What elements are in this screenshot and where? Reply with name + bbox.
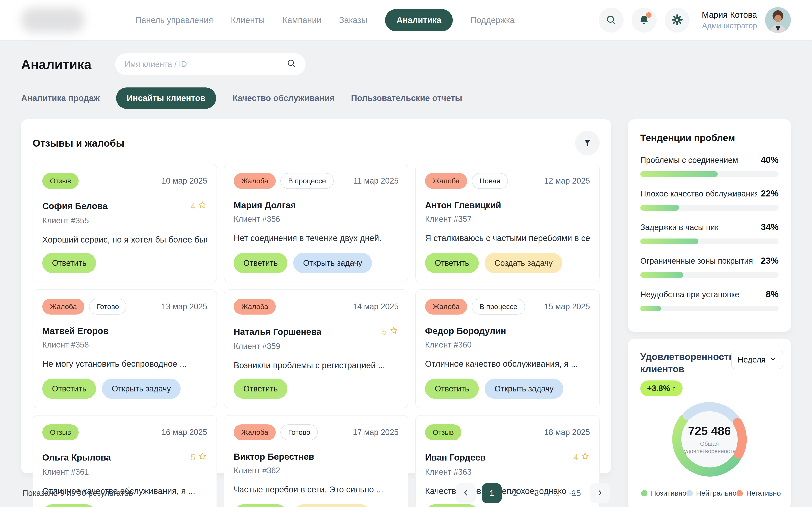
top-navigation: Панель управленияКлиентыКампанииЗаказыАн… [0, 0, 812, 40]
feedback-card: Жалоба 14 мар 2025 Наталья Горшенева 5 К… [224, 289, 408, 408]
client-search-box [115, 53, 306, 75]
page-3-button[interactable]: 3 [529, 489, 544, 498]
notifications-button[interactable] [631, 8, 657, 33]
review-text: Отличное качество обслуживания, я ... [425, 359, 590, 369]
feedback-card: Жалоба Готово 13 мар 2025 Матвей Егоров … [33, 289, 217, 408]
nav-item-0[interactable]: Панель управления [135, 15, 213, 25]
tab-1[interactable]: Инсайты клиентов [116, 88, 216, 109]
satisfaction-title: Удовлетворенность клиентов [640, 351, 731, 375]
trend-bar [640, 272, 778, 278]
legend-item: Негативно [737, 489, 781, 497]
client-id: Клиент #362 [234, 466, 399, 475]
trend-percent: 40% [761, 155, 778, 165]
settings-button[interactable] [665, 8, 690, 33]
legend-dot [737, 490, 743, 496]
satisfaction-total: 725 486 [688, 424, 731, 438]
open-task-button[interactable]: Открыть задачу [293, 253, 372, 273]
star-icon [580, 452, 590, 463]
feedback-card: Жалоба В процессе 11 мар 2025 Мария Долг… [224, 164, 408, 282]
nav-item-2[interactable]: Кампании [283, 15, 321, 25]
customer-name: Ольга Крылова [42, 452, 111, 463]
create-task-button[interactable]: Создать задачу [293, 504, 371, 507]
star-icon [389, 326, 399, 338]
pagination: 123...15 [456, 483, 610, 503]
card-date: 11 мар 2025 [354, 176, 399, 185]
trend-item: Задержки в часы пик 34% [640, 222, 778, 244]
customer-name: Антон Глевицкий [425, 200, 501, 210]
filter-button[interactable] [575, 131, 600, 155]
tab-0[interactable]: Аналитика продаж [21, 93, 100, 103]
reply-button[interactable]: Ответить [234, 379, 287, 399]
analytics-tabs: Аналитика продажИнсайты клиентовКачество… [21, 88, 791, 109]
status-badge: В процессе [472, 299, 525, 315]
title-row: Аналитика [21, 53, 791, 75]
trend-item: Плохое качество обслуживания 22% [640, 188, 778, 211]
nav-item-1[interactable]: Клиенты [231, 15, 264, 25]
tab-2[interactable]: Качество обслуживания [233, 93, 335, 103]
feedback-type-badge: Отзыв [425, 425, 461, 440]
period-value: Неделя [738, 355, 766, 364]
rating-value: 4 [191, 201, 195, 211]
reply-button[interactable]: Ответить [425, 379, 479, 399]
gear-icon [672, 14, 682, 26]
open-task-button[interactable]: Открыть задачу [102, 379, 181, 399]
right-sidebar: Тенденции проблем Проблемы с соединением… [628, 119, 791, 507]
reply-button[interactable]: Ответить [425, 253, 479, 273]
page-2-button[interactable]: 2 [508, 489, 523, 498]
prev-page-button[interactable] [456, 483, 476, 503]
customer-name: Матвей Егоров [42, 326, 108, 336]
page-1-button[interactable]: 1 [482, 483, 502, 503]
customer-name: Виктор Берестнев [234, 452, 314, 462]
notification-dot [646, 12, 652, 18]
satisfaction-donut-chart: 725 486 Общая удовлетворенность [668, 398, 751, 481]
tab-3[interactable]: Пользовательские отчеты [351, 93, 462, 103]
search-icon[interactable] [287, 59, 296, 70]
reply-button[interactable]: Ответить [42, 379, 96, 399]
app-logo [21, 8, 85, 33]
page-15-button[interactable]: 15 [569, 489, 584, 498]
chevron-left-icon [462, 489, 470, 498]
trend-label: Плохое качество обслуживания [640, 189, 757, 199]
period-dropdown[interactable]: Неделя [731, 351, 783, 369]
client-id: Клиент #359 [234, 342, 399, 351]
trend-percent: 22% [761, 188, 778, 199]
nav-item-4[interactable]: Аналитика [385, 9, 453, 31]
client-id: Клиент #356 [234, 215, 399, 224]
legend-dot [641, 490, 648, 496]
nav-item-5[interactable]: Поддержка [470, 15, 515, 25]
feedback-type-badge: Жалоба [425, 299, 467, 315]
feedback-type-badge: Отзыв [42, 173, 79, 189]
feedback-card-panel: Отзывы и жалобы Отзыв 10 мар 2025 София … [21, 119, 611, 473]
status-badge: В процессе [281, 173, 334, 189]
chevron-right-icon [596, 489, 604, 498]
customer-name: Мария Долгая [234, 200, 296, 210]
nav-item-3[interactable]: Заказы [339, 15, 367, 25]
reply-button[interactable]: Ответить [234, 253, 287, 273]
avatar[interactable] [765, 7, 791, 33]
card-date: 13 мар 2025 [161, 302, 207, 311]
create-task-button[interactable]: Создать задачу [485, 253, 562, 273]
nav-right-cluster: Мария Котова Администратор [599, 7, 791, 33]
reply-button[interactable]: Ответить [42, 253, 96, 273]
user-role: Администратор [702, 21, 757, 30]
status-badge: Готово [281, 425, 318, 440]
pagination-ellipsis: ... [550, 489, 563, 498]
feedback-card: Жалоба Готово 17 мар 2025 Виктор Берестн… [224, 415, 408, 507]
trend-bar [640, 238, 778, 244]
client-search-input[interactable] [124, 60, 287, 69]
reply-button[interactable]: Ответить [42, 504, 96, 507]
reply-button[interactable]: Ответить [425, 504, 479, 507]
next-page-button[interactable] [590, 483, 610, 503]
user-block[interactable]: Мария Котова Администратор [702, 10, 757, 30]
card-date: 10 мар 2025 [161, 176, 207, 185]
search-button[interactable] [599, 8, 623, 33]
trend-percent: 23% [761, 256, 778, 266]
open-task-button[interactable]: Открыть задачу [485, 379, 563, 399]
trend-label: Неудобства при установке [640, 290, 739, 299]
review-text: Частые перебои в сети. Это сильно ... [234, 485, 399, 494]
satisfaction-card: Удовлетворенность клиентов Неделя +3.8% … [628, 339, 791, 507]
reply-button[interactable]: Ответить [234, 504, 287, 507]
trend-item: Проблемы с соединением 40% [640, 155, 778, 177]
trend-percent: 34% [761, 222, 778, 232]
feedback-cards-grid: Отзыв 10 мар 2025 София Белова 4 Клиент … [33, 164, 600, 507]
